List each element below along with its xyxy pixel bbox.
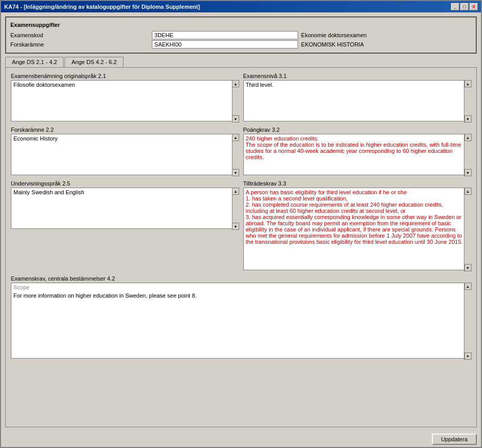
- forskaramne-text: EKONOMISK HISTORIA: [301, 41, 472, 48]
- examensuppgifter-title: Examensuppgifter: [10, 22, 472, 28]
- scroll-up-btn-6[interactable]: ▲: [464, 188, 472, 195]
- undervisningssprak-wrapper: ▲ ▼: [11, 188, 239, 230]
- undervisningssprak-label: Undervisningsspråk 2.5: [11, 180, 239, 187]
- row-2: Forskarämne 2.2 ▲ ▼ Poängkrav 3.2: [11, 127, 471, 176]
- window-title: KA74 - [Inläggning/ändring av katalogupp…: [4, 4, 200, 10]
- examenskrav-label: Examenskrav, centrala bestämmelser 4.2: [11, 275, 471, 282]
- forskaramne-wrapper: ▲ ▼: [11, 134, 239, 176]
- examensbenamning-label: Examensbenämning originalspråk 2.1: [11, 73, 239, 79]
- tilltradeskrav-wrapper: ▲ ▼: [243, 188, 472, 271]
- window-controls: _ □ X: [451, 3, 478, 10]
- main-window: KA74 - [Inläggning/ändring av katalogupp…: [0, 0, 482, 448]
- examensniva-input[interactable]: [243, 80, 472, 121]
- poangkrav-scrollbar[interactable]: ▲ ▼: [464, 134, 471, 176]
- close-button[interactable]: X: [470, 3, 478, 10]
- examensuppgifter-section: Examensuppgifter Examenskod 3DEHE Ekonom…: [5, 17, 477, 54]
- examensniva-label: Examensnivå 3.1: [243, 73, 472, 79]
- scroll-track-6: [464, 195, 471, 264]
- forskaramne-code: SAEKHI00: [152, 40, 298, 49]
- content-area: Examensuppgifter Examenskod 3DEHE Ekonom…: [1, 12, 481, 431]
- examenskod-label: Examenskod: [10, 32, 149, 38]
- scroll-down-btn-3[interactable]: ▼: [232, 169, 239, 176]
- forskaramne-label: Forskarämne: [10, 41, 149, 48]
- forskaramne-field-group: Forskarämne 2.2 ▲ ▼: [11, 127, 239, 176]
- tab-ds-21-42[interactable]: Ange DS 2.1 - 4.2: [5, 57, 64, 67]
- scroll-down-btn[interactable]: ▼: [232, 115, 239, 122]
- examensniva-group: Examensnivå 3.1 ▲ ▼: [243, 73, 472, 122]
- examensbenamning-group: Examensbenämning originalspråk 2.1 ▲ ▼: [11, 73, 239, 122]
- scroll-track-7: [464, 290, 471, 352]
- examensbenamning-scrollbar[interactable]: ▲ ▼: [232, 80, 239, 122]
- scroll-track-3: [232, 141, 239, 169]
- poangkrav-label: Poängkrav 3.2: [243, 127, 472, 133]
- tilltradeskrav-group: Tillträdeskrav 3.3 ▲ ▼: [243, 180, 472, 271]
- tilltradeskrav-input[interactable]: [243, 188, 472, 270]
- scope-label: Scope: [11, 283, 471, 291]
- examenskrav-section: Examenskrav, centrala bestämmelser 4.2 S…: [11, 275, 471, 360]
- scroll-up-btn-3[interactable]: ▲: [232, 134, 239, 141]
- minimize-button[interactable]: _: [451, 3, 459, 10]
- poangkrav-wrapper: ▲ ▼: [243, 134, 472, 176]
- examenskrav-scrollbar[interactable]: ▲ ▼: [464, 283, 471, 360]
- title-bar: KA74 - [Inläggning/ändring av katalogupp…: [1, 1, 481, 12]
- scroll-down-btn-7[interactable]: ▼: [464, 352, 472, 360]
- poangkrav-input[interactable]: [243, 134, 472, 175]
- maximize-button[interactable]: □: [460, 3, 469, 10]
- row-1: Examensbenämning originalspråk 2.1 ▲ ▼ E…: [11, 73, 471, 122]
- undervisningssprak-input[interactable]: [11, 188, 239, 229]
- forskaramne-input[interactable]: [11, 134, 239, 175]
- main-panel: Examensbenämning originalspråk 2.1 ▲ ▼ E…: [5, 67, 477, 427]
- row-3: Undervisningsspråk 2.5 ▲ ▼ Tillträdeskra…: [11, 180, 471, 271]
- tab-container: Ange DS 2.1 - 4.2 Ange DS 4.2 - 6.2 Exam…: [5, 57, 477, 427]
- scroll-up-btn-5[interactable]: ▲: [232, 188, 239, 195]
- tab-ds-42-62[interactable]: Ange DS 4.2 - 6.2: [65, 57, 123, 67]
- examensbenamning-wrapper: ▲ ▼: [11, 80, 239, 122]
- examensbenamning-input[interactable]: [11, 80, 239, 121]
- examenskrav-input[interactable]: [11, 291, 471, 359]
- examenskod-text: Ekonomie doktorsexamen: [301, 32, 472, 38]
- scroll-track: [232, 87, 239, 115]
- examenskod-code: 3DEHE: [152, 31, 298, 39]
- scroll-up-btn-4[interactable]: ▲: [464, 134, 472, 141]
- undervisningssprak-group: Undervisningsspråk 2.5 ▲ ▼: [11, 180, 239, 271]
- scroll-up-btn-7[interactable]: ▲: [464, 283, 472, 290]
- poangkrav-group: Poängkrav 3.2 ▲ ▼: [243, 127, 472, 176]
- examensniva-wrapper: ▲ ▼: [243, 80, 472, 122]
- scroll-track-2: [464, 87, 471, 115]
- forskaramne-field-label: Forskarämne 2.2: [11, 127, 239, 133]
- scroll-down-btn-4[interactable]: ▼: [464, 169, 472, 176]
- forskaramne-scrollbar[interactable]: ▲ ▼: [232, 134, 239, 176]
- tilltradeskrav-scrollbar[interactable]: ▲ ▼: [464, 188, 471, 271]
- examensniva-scrollbar[interactable]: ▲ ▼: [464, 80, 471, 122]
- examenskrav-wrapper: Scope ▲ ▼: [11, 283, 471, 360]
- undervisningssprak-scrollbar[interactable]: ▲ ▼: [232, 188, 239, 230]
- tilltradeskrav-label: Tillträdeskrav 3.3: [243, 180, 472, 187]
- uppdatera-button[interactable]: Uppdatera: [432, 434, 477, 445]
- scroll-down-btn-6[interactable]: ▼: [464, 264, 472, 271]
- scroll-down-btn-5[interactable]: ▼: [232, 223, 239, 230]
- scroll-down-btn-2[interactable]: ▼: [464, 115, 472, 122]
- scroll-track-5: [232, 195, 239, 223]
- scroll-up-btn[interactable]: ▲: [232, 80, 239, 87]
- tabs-bar: Ange DS 2.1 - 4.2 Ange DS 4.2 - 6.2: [5, 57, 477, 67]
- scroll-track-4: [464, 141, 471, 169]
- bottom-bar: Uppdatera: [1, 431, 481, 447]
- exam-grid: Examenskod 3DEHE Ekonomie doktorsexamen …: [10, 31, 472, 49]
- scroll-up-btn-2[interactable]: ▲: [464, 80, 472, 87]
